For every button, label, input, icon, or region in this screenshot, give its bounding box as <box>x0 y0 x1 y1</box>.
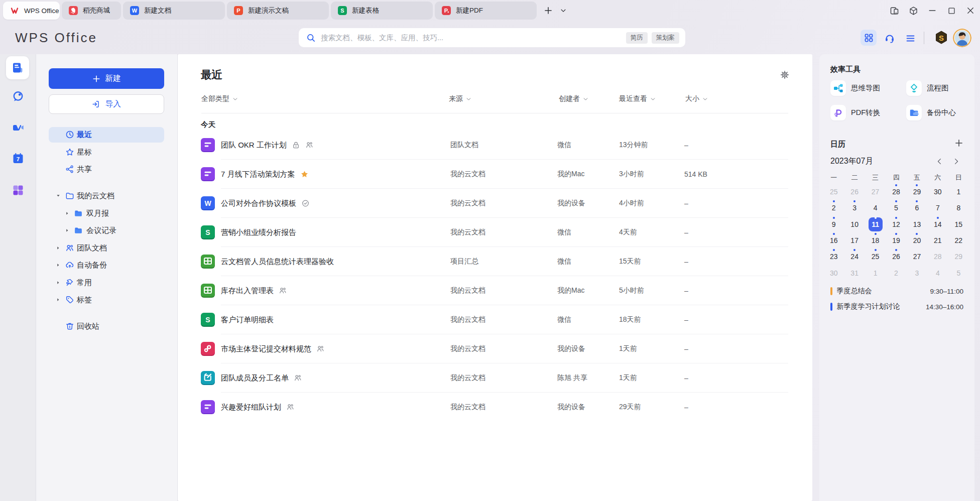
calendar-day[interactable]: 26 <box>844 184 865 200</box>
devices-button[interactable] <box>885 0 904 21</box>
calendar-day[interactable]: 5 <box>948 265 969 281</box>
maximize-button[interactable] <box>942 0 961 21</box>
rail-item-apps[interactable] <box>12 184 25 197</box>
sidebar-item-1[interactable]: 星标 <box>49 144 164 160</box>
sidebar-item-9[interactable]: 标签 <box>49 292 164 308</box>
calendar-day[interactable]: 29 <box>948 248 969 265</box>
sidebar-item-8[interactable]: 常用 <box>49 275 164 290</box>
filter-0[interactable]: 全部类型 <box>201 94 238 103</box>
rail-item-messages[interactable] <box>12 90 25 103</box>
caret-right-icon[interactable] <box>65 228 70 233</box>
calendar-add-button[interactable] <box>954 139 963 148</box>
sidebar-item-10[interactable]: 回收站 <box>49 319 164 334</box>
tab-item-2[interactable]: W新建文档 <box>123 2 225 20</box>
calendar-day[interactable]: 7 <box>927 200 948 216</box>
new-tab-button[interactable] <box>544 6 553 15</box>
calendar-day[interactable]: 28 <box>927 248 948 265</box>
calendar-day[interactable]: 19 <box>886 232 906 248</box>
calendar-day[interactable]: 14 <box>927 216 948 232</box>
minimize-button[interactable] <box>923 0 942 21</box>
calendar-day[interactable]: 10 <box>844 216 865 232</box>
sidebar-item-3[interactable]: 我的云文档 <box>49 188 164 204</box>
filter-4[interactable]: 大小 <box>685 94 708 103</box>
calendar-day[interactable]: 20 <box>907 232 927 248</box>
file-row-9[interactable]: 兴趣爱好组队计划我的云文档我的设备29天前– <box>178 393 812 422</box>
calendar-day[interactable]: 13 <box>907 216 927 232</box>
filter-3[interactable]: 最近查看 <box>619 94 656 103</box>
calendar-day[interactable]: 31 <box>844 265 865 281</box>
filter-2[interactable]: 创建者 <box>559 94 588 103</box>
calendar-day[interactable]: 12 <box>886 216 906 232</box>
file-row-5[interactable]: 库存出入管理表我的云文档我的Mac5小时前– <box>178 276 812 305</box>
calendar-day[interactable]: 2 <box>823 200 844 216</box>
caret-right-icon[interactable] <box>56 297 61 302</box>
calendar-day[interactable]: 4 <box>865 200 886 216</box>
tool-2[interactable]: PDF转换 <box>830 105 901 120</box>
new-document-button[interactable]: 新建 <box>49 68 164 89</box>
calendar-day[interactable]: 9 <box>823 216 844 232</box>
avatar[interactable] <box>953 29 971 47</box>
file-row-2[interactable]: W公司对外合作协议模板我的云文档我的设备4小时前– <box>178 189 812 218</box>
calendar-day[interactable]: 6 <box>907 200 927 216</box>
sidebar-item-5[interactable]: 会议记录 <box>49 223 164 238</box>
sidebar-item-7[interactable]: 自动备份 <box>49 258 164 273</box>
calendar-day[interactable]: 30 <box>927 184 948 200</box>
sidebar-item-4[interactable]: 双月报 <box>49 205 164 221</box>
calendar-next-button[interactable] <box>952 158 960 165</box>
file-row-6[interactable]: S客户订单明细表我的云文档微信18天前– <box>178 305 812 334</box>
file-row-8[interactable]: 团队成员及分工名单我的云文档陈旭 共享1天前– <box>178 363 812 393</box>
tool-0[interactable]: 思维导图 <box>830 80 901 96</box>
calendar-day-selected[interactable]: 11 <box>865 216 886 232</box>
tool-1[interactable]: 流程图 <box>906 80 976 96</box>
sidebar-item-6[interactable]: 团队文档 <box>49 240 164 256</box>
support-button[interactable] <box>884 32 895 43</box>
settings-button[interactable] <box>780 70 789 79</box>
file-row-1[interactable]: 7 月线下活动策划方案我的云文档我的Mac3小时前514 KB <box>178 160 812 189</box>
rail-item-calendar[interactable]: 7 <box>12 152 25 165</box>
calendar-day[interactable]: 30 <box>823 265 844 281</box>
file-row-3[interactable]: S营销小组业绩分析报告我的云文档微信4天前– <box>178 218 812 247</box>
calendar-day[interactable]: 15 <box>948 216 969 232</box>
tab-list-dropdown[interactable] <box>560 7 567 14</box>
import-button[interactable]: 导入 <box>49 94 164 114</box>
calendar-day[interactable]: 26 <box>886 248 906 265</box>
calendar-day[interactable]: 27 <box>907 248 927 265</box>
calendar-day[interactable]: 24 <box>844 248 865 265</box>
calendar-day[interactable]: 28 <box>886 184 906 200</box>
calendar-prev-button[interactable] <box>936 158 943 165</box>
caret-right-icon[interactable] <box>56 280 61 285</box>
calendar-day[interactable]: 27 <box>865 184 886 200</box>
agenda-event-1[interactable]: 新季度学习计划讨论14:30–16:00 <box>830 302 963 312</box>
calendar-day[interactable]: 16 <box>823 232 844 248</box>
tab-item-1[interactable]: 稻壳商城 <box>62 2 121 20</box>
sidebar-item-2[interactable]: 共享 <box>49 162 164 177</box>
calendar-day[interactable]: 17 <box>844 232 865 248</box>
rail-item-meeting[interactable] <box>12 121 25 135</box>
filter-1[interactable]: 来源 <box>449 94 471 103</box>
close-button[interactable] <box>961 0 980 21</box>
file-row-4[interactable]: 云文档管人员信息统计表理器验收项目汇总微信15天前– <box>178 247 812 276</box>
calendar-day[interactable]: 3 <box>844 200 865 216</box>
calendar-day[interactable]: 22 <box>948 232 969 248</box>
tab-item-4[interactable]: S新建表格 <box>331 2 433 20</box>
calendar-day[interactable]: 8 <box>948 200 969 216</box>
calendar-day[interactable]: 4 <box>927 265 948 281</box>
tool-3[interactable]: 备份中心 <box>906 105 976 120</box>
apps-grid-button[interactable] <box>861 30 877 46</box>
rail-item-documents[interactable] <box>6 56 29 79</box>
tab-wps-office[interactable]: WPS Office <box>3 2 60 20</box>
caret-right-icon[interactable] <box>56 263 61 268</box>
agenda-event-0[interactable]: 季度总结会9:30–11:00 <box>830 286 963 296</box>
file-row-7[interactable]: 市场主体登记提交材料规范我的云文档我的设备1天前– <box>178 334 812 363</box>
calendar-day[interactable]: 21 <box>927 232 948 248</box>
tab-item-3[interactable]: P新建演示文稿 <box>227 2 329 20</box>
calendar-day[interactable]: 25 <box>823 184 844 200</box>
calendar-day[interactable]: 2 <box>886 265 906 281</box>
tab-item-5[interactable]: P新建PDF <box>435 2 537 20</box>
search-tag-proposal[interactable]: 策划案 <box>652 32 680 44</box>
caret-down-icon[interactable] <box>56 193 61 198</box>
sidebar-item-0[interactable]: 最近 <box>49 127 164 143</box>
search-input[interactable]: 搜索文档、模板、文库、应用、技巧... 简历 策划案 <box>299 28 685 47</box>
calendar-day[interactable]: 3 <box>907 265 927 281</box>
calendar-day[interactable]: 5 <box>886 200 906 216</box>
